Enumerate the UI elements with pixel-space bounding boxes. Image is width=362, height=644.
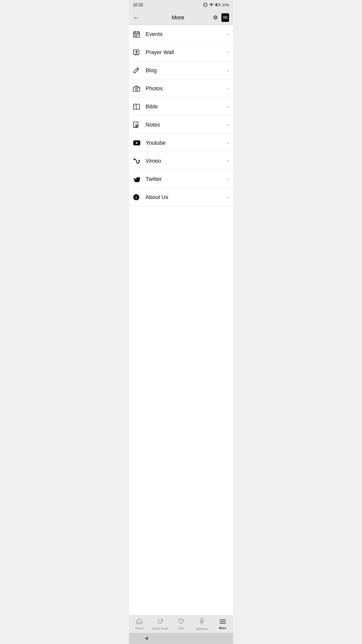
photos-label: Photos <box>146 85 227 92</box>
notes-icon <box>133 122 146 128</box>
header-actions: ⚙ ✉ <box>213 13 229 22</box>
svg-rect-10 <box>220 4 220 5</box>
back-button[interactable]: ← <box>133 14 143 21</box>
menu-item-blog[interactable]: Blog › <box>129 61 233 79</box>
menu-item-twitter[interactable]: Twitter › <box>129 170 233 188</box>
twitter-icon <box>133 176 146 182</box>
nav-news-feed[interactable]: News Feed <box>150 616 171 633</box>
home-nav-label: Home <box>135 627 143 630</box>
prayer-wall-label: Prayer Wall <box>146 49 227 56</box>
nav-sermons[interactable]: Sermons <box>191 616 212 633</box>
news-feed-nav-label: News Feed <box>153 627 168 630</box>
bible-label: Bible <box>146 103 227 110</box>
menu-item-photos[interactable]: Photos › <box>129 79 233 98</box>
chevron-icon: › <box>227 140 229 146</box>
svg-rect-35 <box>201 618 203 622</box>
chevron-icon: › <box>227 158 229 164</box>
menu-item-bible[interactable]: Bible › <box>129 98 233 116</box>
svg-rect-9 <box>216 4 217 6</box>
give-nav-label: Give <box>178 627 184 630</box>
svg-rect-19 <box>136 36 137 36</box>
chevron-icon: › <box>227 31 229 37</box>
back-arrow-icon[interactable]: ← <box>133 14 139 21</box>
svg-rect-0 <box>204 3 207 7</box>
menu-item-events[interactable]: Events › <box>129 25 233 43</box>
status-icons: 27% <box>203 3 229 8</box>
calendar-icon <box>133 31 146 38</box>
svg-point-26 <box>138 87 139 88</box>
nav-home[interactable]: Home <box>129 616 150 633</box>
message-icon[interactable]: ✉ <box>221 13 229 22</box>
chevron-icon: › <box>227 67 229 73</box>
android-home-button[interactable] <box>177 635 185 642</box>
battery-percentage: 27% <box>222 3 229 7</box>
mic-icon <box>200 618 204 626</box>
chevron-icon: › <box>227 194 229 200</box>
page-title: More <box>172 14 184 21</box>
chevron-icon: › <box>227 122 229 128</box>
prayer-icon <box>133 49 146 56</box>
svg-point-7 <box>211 6 212 6</box>
chevron-icon: › <box>227 86 229 91</box>
bottom-nav: Home News Feed Give Ser <box>129 615 233 633</box>
events-label: Events <box>146 31 227 37</box>
sermons-nav-label: Sermons <box>196 627 208 631</box>
vimeo-icon <box>133 158 146 164</box>
menu-item-youtube[interactable]: Youtube › <box>129 134 233 152</box>
menu-list: Events › Prayer Wall › Blog › <box>129 25 233 615</box>
refresh-icon <box>157 618 163 626</box>
twitter-label: Twitter <box>146 176 227 182</box>
battery-icon <box>215 3 220 7</box>
android-recents-button[interactable] <box>212 635 219 642</box>
menu-item-prayer-wall[interactable]: Prayer Wall › <box>129 43 233 61</box>
menu-item-notes[interactable]: Notes › <box>129 116 233 134</box>
header: ← More ⚙ ✉ <box>129 10 233 25</box>
wifi-icon <box>209 3 214 8</box>
home-icon <box>136 619 142 626</box>
menu-icon <box>220 619 226 625</box>
svg-rect-17 <box>138 34 139 35</box>
svg-marker-41 <box>145 637 148 640</box>
blog-label: Blog <box>146 67 227 74</box>
nav-more[interactable]: More <box>212 616 233 633</box>
info-icon: i <box>133 194 146 200</box>
android-nav <box>129 633 233 644</box>
svg-rect-15 <box>134 34 135 35</box>
svg-rect-18 <box>134 36 135 36</box>
menu-item-about-us[interactable]: i About Us › <box>129 188 233 206</box>
youtube-icon <box>133 140 146 146</box>
nav-give[interactable]: Give <box>171 616 192 633</box>
youtube-label: Youtube <box>146 140 227 146</box>
pencil-icon <box>133 67 146 74</box>
svg-point-25 <box>135 88 138 90</box>
settings-icon[interactable]: ⚙ <box>213 14 218 21</box>
notes-label: Notes <box>146 122 227 128</box>
svg-rect-16 <box>136 34 137 35</box>
status-time: 10:32 <box>133 3 143 7</box>
heart-icon <box>178 619 184 626</box>
camera-icon <box>133 86 146 92</box>
menu-item-vimeo[interactable]: Vimeo › <box>129 152 233 170</box>
book-icon <box>133 103 146 110</box>
about-us-label: About Us <box>146 194 227 200</box>
chevron-icon: › <box>227 104 229 109</box>
vimeo-label: Vimeo <box>146 158 227 164</box>
svg-line-23 <box>137 69 138 70</box>
vibrate-icon <box>203 3 207 8</box>
more-nav-label: More <box>219 626 226 630</box>
chevron-icon: › <box>227 49 229 55</box>
android-back-button[interactable] <box>143 635 150 642</box>
status-bar: 10:32 <box>129 0 233 10</box>
svg-text:i: i <box>136 195 137 199</box>
chevron-icon: › <box>227 176 229 182</box>
